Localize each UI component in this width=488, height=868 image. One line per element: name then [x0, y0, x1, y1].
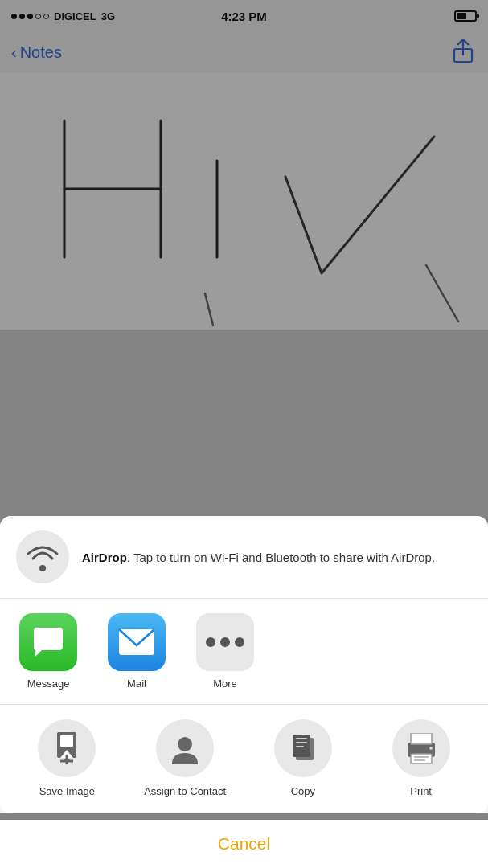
svg-rect-27: [411, 754, 432, 764]
copy-icon-wrap: [274, 719, 332, 777]
airdrop-row[interactable]: AirDrop. Tap to turn on Wi-Fi and Blueto…: [0, 516, 488, 599]
assign-contact-icon: [169, 732, 201, 764]
svg-rect-14: [60, 735, 73, 747]
svg-point-12: [235, 637, 244, 647]
cancel-button[interactable]: Cancel: [0, 820, 488, 868]
action-print[interactable]: Print: [373, 719, 470, 799]
svg-point-30: [429, 747, 433, 750]
airdrop-icon-wrap: [16, 530, 69, 583]
message-icon: [31, 624, 66, 660]
svg-point-8: [39, 565, 46, 571]
svg-point-19: [178, 737, 192, 751]
svg-rect-22: [296, 738, 307, 739]
share-app-message[interactable]: Message: [8, 613, 88, 690]
more-label: More: [213, 678, 237, 690]
more-icon: [204, 636, 246, 649]
action-copy[interactable]: Copy: [255, 719, 351, 799]
print-icon-wrap: [392, 719, 450, 777]
action-save-image[interactable]: Save Image: [18, 719, 115, 799]
cancel-label: Cancel: [218, 834, 270, 854]
actions-row: Save Image Assign to Contact: [0, 705, 488, 813]
share-app-more[interactable]: More: [185, 613, 265, 690]
airdrop-icon: [25, 541, 60, 573]
svg-point-11: [220, 637, 230, 647]
copy-label: Copy: [291, 785, 315, 799]
action-assign-contact[interactable]: Assign to Contact: [137, 719, 233, 799]
message-icon-bg: [19, 613, 77, 671]
airdrop-text-content: AirDrop. Tap to turn on Wi-Fi and Blueto…: [82, 551, 435, 564]
copy-icon: [288, 731, 318, 765]
share-apps-row: Message Mail: [0, 599, 488, 705]
mail-label: Mail: [127, 678, 146, 690]
svg-rect-24: [296, 746, 304, 747]
save-image-icon-wrap: [38, 719, 96, 777]
save-image-label: Save Image: [39, 785, 95, 799]
svg-rect-29: [414, 760, 425, 761]
share-panel: AirDrop. Tap to turn on Wi-Fi and Blueto…: [0, 516, 488, 813]
svg-rect-23: [296, 742, 307, 743]
more-icon-bg: [196, 613, 254, 671]
save-image-icon: [52, 732, 81, 764]
airdrop-description: AirDrop. Tap to turn on Wi-Fi and Blueto…: [82, 549, 435, 566]
message-label: Message: [27, 678, 70, 690]
assign-contact-label: Assign to Contact: [144, 785, 226, 799]
print-label: Print: [410, 785, 432, 799]
mail-icon-bg: [108, 613, 166, 671]
svg-rect-28: [414, 756, 429, 758]
airdrop-title: AirDrop: [82, 551, 127, 564]
svg-rect-26: [411, 733, 432, 744]
share-app-mail[interactable]: Mail: [96, 613, 177, 690]
mail-icon: [117, 628, 156, 657]
svg-point-10: [206, 637, 215, 647]
share-sheet: AirDrop. Tap to turn on Wi-Fi and Blueto…: [0, 516, 488, 868]
assign-contact-icon-wrap: [156, 719, 214, 777]
print-icon: [404, 733, 438, 764]
